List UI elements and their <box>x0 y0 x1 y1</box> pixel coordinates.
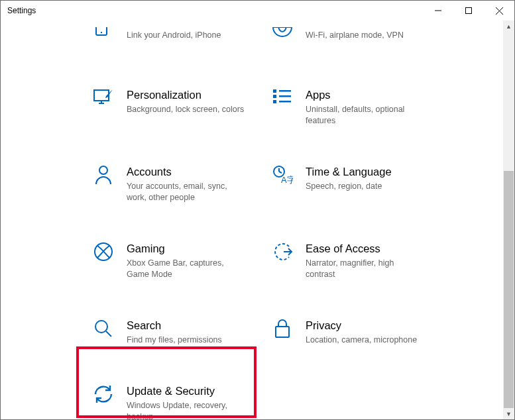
apps-icon <box>271 88 294 111</box>
lock-icon <box>271 319 294 341</box>
svg-line-18 <box>279 172 282 173</box>
tile-desc: Xbox Game Bar, captures, Game Mode <box>127 258 246 280</box>
tile-title: Privacy <box>306 319 417 332</box>
svg-rect-12 <box>279 90 291 92</box>
tile-accounts[interactable]: Accounts Your accounts, email, sync, wor… <box>92 165 264 203</box>
settings-grid: Link your Android, iPhone Wi-Fi, airplan… <box>1 21 503 419</box>
tile-title: Accounts <box>127 165 246 178</box>
tile-title: Search <box>127 319 222 332</box>
vertical-scrollbar[interactable]: ▲ ▼ <box>503 21 514 419</box>
tile-search[interactable]: Search Find my files, permissions <box>92 319 264 346</box>
xbox-icon <box>92 242 115 264</box>
svg-rect-10 <box>273 95 276 98</box>
svg-rect-11 <box>273 100 276 103</box>
maximize-button[interactable] <box>453 1 484 21</box>
titlebar: Settings <box>1 1 514 21</box>
tile-desc: Narrator, magnifier, high contrast <box>306 258 425 280</box>
tile-desc: Your accounts, email, sync, work, other … <box>127 181 246 203</box>
close-button[interactable] <box>484 1 514 21</box>
svg-rect-9 <box>273 89 276 93</box>
svg-text:A字: A字 <box>281 175 293 185</box>
tile-title: Apps <box>306 88 425 101</box>
tile-desc: Background, lock screen, colors <box>127 104 244 115</box>
window-controls <box>423 1 514 21</box>
phone-icon <box>92 27 115 50</box>
svg-rect-14 <box>279 101 291 103</box>
scroll-thumb[interactable] <box>504 171 514 408</box>
minimize-button[interactable] <box>423 1 453 21</box>
client-area: Link your Android, iPhone Wi-Fi, airplan… <box>1 21 514 419</box>
tile-phone[interactable]: Link your Android, iPhone <box>92 27 264 50</box>
tile-title: Gaming <box>127 242 246 255</box>
svg-line-23 <box>106 331 111 337</box>
svg-point-15 <box>99 166 107 174</box>
search-icon <box>92 319 115 341</box>
tile-desc: Wi-Fi, airplane mode, VPN <box>306 30 404 41</box>
personalization-icon <box>92 88 115 111</box>
tile-title: Update & Security <box>127 384 246 397</box>
tile-desc: Speech, region, date <box>306 181 392 192</box>
tile-time-language[interactable]: A字 Time & Language Speech, region, date <box>271 165 443 203</box>
scroll-track[interactable] <box>503 32 514 408</box>
tile-desc: Link your Android, iPhone <box>127 30 221 41</box>
tile-privacy[interactable]: Privacy Location, camera, microphone <box>271 319 443 346</box>
settings-scroll-area: Link your Android, iPhone Wi-Fi, airplan… <box>1 21 503 419</box>
tile-desc: Uninstall, defaults, optional features <box>306 104 425 127</box>
ease-of-access-icon <box>271 242 294 264</box>
tile-gaming[interactable]: Gaming Xbox Game Bar, captures, Game Mod… <box>92 242 264 280</box>
window-title: Settings <box>7 6 36 15</box>
scroll-up-arrow[interactable]: ▲ <box>503 21 514 32</box>
tile-network[interactable]: Wi-Fi, airplane mode, VPN <box>271 27 443 50</box>
scroll-down-arrow[interactable]: ▼ <box>503 408 514 419</box>
tile-desc: Find my files, permissions <box>127 335 222 346</box>
tile-title: Personalization <box>127 88 244 101</box>
tile-desc: Windows Update, recovery, backup <box>127 400 246 419</box>
svg-point-22 <box>95 321 107 333</box>
svg-rect-1 <box>466 8 472 14</box>
tile-update-security[interactable]: Update & Security Windows Update, recove… <box>92 384 264 419</box>
settings-window: Settings <box>0 0 515 420</box>
tile-title: Ease of Access <box>306 242 425 255</box>
svg-rect-13 <box>279 95 291 97</box>
svg-rect-24 <box>276 327 289 337</box>
tile-desc: Location, camera, microphone <box>306 335 417 346</box>
tile-personalization[interactable]: Personalization Background, lock screen,… <box>92 88 264 127</box>
update-icon <box>92 384 115 407</box>
svg-rect-6 <box>94 90 109 101</box>
tile-title: Time & Language <box>306 165 392 178</box>
time-language-icon: A字 <box>271 165 294 187</box>
globe-icon <box>271 27 294 50</box>
tile-apps[interactable]: Apps Uninstall, defaults, optional featu… <box>271 88 443 127</box>
person-icon <box>92 165 115 187</box>
tile-ease-of-access[interactable]: Ease of Access Narrator, magnifier, high… <box>271 242 443 280</box>
